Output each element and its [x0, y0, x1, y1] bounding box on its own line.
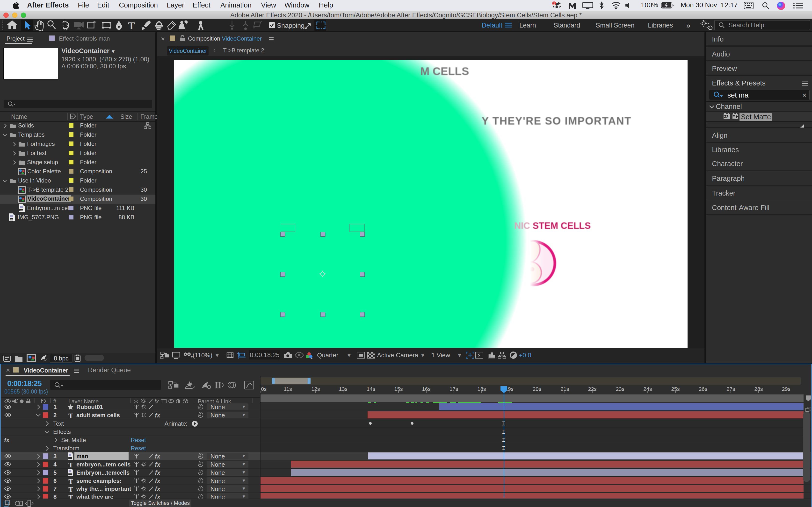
svg-text:Default: Default: [481, 22, 502, 29]
svg-text:PNG: PNG: [10, 219, 14, 221]
svg-text:Standard: Standard: [554, 22, 580, 29]
svg-text:Learn: Learn: [519, 22, 536, 29]
svg-text:»: »: [686, 21, 691, 30]
svg-text:Libraries: Libraries: [648, 22, 673, 29]
svg-text:Snapping: Snapping: [277, 22, 305, 29]
svg-text:32: 32: [724, 115, 728, 119]
svg-text:T: T: [128, 20, 135, 31]
svg-text:Search Help: Search Help: [728, 21, 764, 29]
svg-text:PNG: PNG: [19, 209, 24, 212]
svg-text:Small Screen: Small Screen: [596, 22, 635, 29]
svg-text:1: 1: [553, 2, 555, 5]
